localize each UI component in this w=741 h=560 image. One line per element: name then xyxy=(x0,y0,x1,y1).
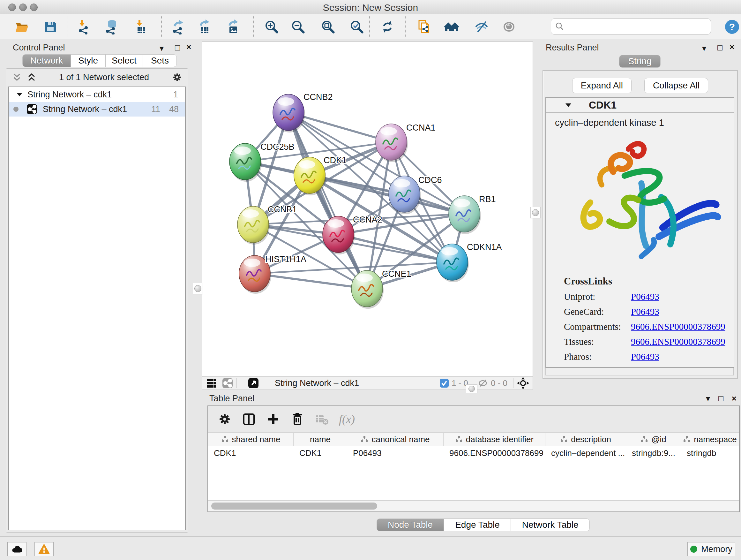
network-node-CCNA1[interactable] xyxy=(376,124,408,162)
export-image-icon[interactable] xyxy=(226,19,241,35)
save-session-icon[interactable] xyxy=(43,19,58,35)
network-node-RB1[interactable] xyxy=(449,196,481,234)
create-column-icon[interactable] xyxy=(266,412,281,427)
network-node-CDK1[interactable] xyxy=(294,157,326,195)
cell-name[interactable]: CDK1 xyxy=(293,446,347,460)
network-node-CDKN1A[interactable] xyxy=(436,244,469,282)
column-header-namespace[interactable]: namespace xyxy=(681,433,739,446)
cell-database-identifier[interactable]: 9606.ENSP00000378699 xyxy=(444,446,545,460)
results-panel-float-icon[interactable]: □ xyxy=(718,44,723,52)
network-view-canvas[interactable]: CCNB2CCNA1CDC25BCDK1CDC6RB1CCNB1CCNA2CDK… xyxy=(202,42,533,377)
import-table-icon[interactable] xyxy=(133,19,149,35)
table-options-gear-icon[interactable] xyxy=(217,412,232,427)
import-network-database-icon[interactable] xyxy=(104,19,119,35)
export-table-icon[interactable] xyxy=(197,19,212,35)
network-edge-HIST1H1A-CCNE1[interactable] xyxy=(255,273,367,289)
crosslink-row: GeneCard:P06493 xyxy=(564,307,734,317)
network-status-dot xyxy=(13,107,18,112)
results-panel-menu-icon[interactable]: ▾ xyxy=(702,44,706,52)
column-type-icon xyxy=(455,435,463,443)
network-share-view-icon[interactable] xyxy=(222,377,233,389)
hidden-elements-eye-icon[interactable] xyxy=(477,378,488,388)
cell-namespace[interactable]: stringdb xyxy=(681,446,739,460)
memory-button[interactable]: Memory xyxy=(687,542,735,556)
crosslink-link[interactable]: 9606.ENSP00000378699 xyxy=(631,336,725,347)
tab-node-table[interactable]: Node Table xyxy=(377,518,444,531)
table-panel-close-icon[interactable]: × xyxy=(732,394,737,402)
table-panel-float-icon[interactable]: □ xyxy=(718,394,724,402)
table-panel-menu-icon[interactable]: ▾ xyxy=(706,394,710,402)
cell--id[interactable]: stringdb:9... xyxy=(626,446,681,460)
search-input[interactable] xyxy=(567,20,711,33)
zoom-fit-icon[interactable] xyxy=(320,19,336,35)
control-panel-close-icon[interactable]: × xyxy=(186,43,191,51)
control-panel-title: Control Panel xyxy=(13,43,65,53)
grid-view-icon[interactable] xyxy=(206,377,217,389)
column-header-database-identifier[interactable]: database identifier xyxy=(444,433,545,446)
tab-sets[interactable]: Sets xyxy=(143,54,177,67)
tab-network[interactable]: Network xyxy=(22,54,71,67)
selected-nodes-checkbox-icon[interactable] xyxy=(440,378,449,388)
network-collection-row[interactable]: String Network – cdk1 1 xyxy=(9,87,185,102)
column-header-name[interactable]: name xyxy=(293,433,347,446)
export-network-icon[interactable] xyxy=(171,19,186,35)
cell-canonical-name[interactable]: P06493 xyxy=(347,446,444,460)
column-header--id[interactable]: @id xyxy=(626,433,681,446)
open-in-window-icon[interactable] xyxy=(248,377,259,389)
zoom-in-icon[interactable] xyxy=(264,19,279,35)
crosslink-link[interactable]: P06493 xyxy=(631,292,659,302)
crosslink-link[interactable]: P06493 xyxy=(631,307,659,317)
tab-select[interactable]: Select xyxy=(105,54,143,67)
cloud-status-button[interactable] xyxy=(7,542,26,556)
gene-expander-icon[interactable] xyxy=(564,101,572,109)
control-panel-menu-icon[interactable]: ▾ xyxy=(159,44,164,52)
tab-style[interactable]: Style xyxy=(71,54,105,67)
home-networks-icon[interactable] xyxy=(444,19,459,35)
tab-network-table[interactable]: Network Table xyxy=(511,518,590,531)
table-hscrollbar-thumb[interactable] xyxy=(211,503,377,509)
cell-description[interactable]: cyclin–dependent ... xyxy=(545,446,626,460)
tab-edge-table[interactable]: Edge Table xyxy=(444,518,511,531)
help-icon[interactable]: ? xyxy=(724,19,740,35)
refresh-layout-icon[interactable] xyxy=(380,19,395,35)
control-panel-float-icon[interactable]: □ xyxy=(175,44,180,52)
birds-eye-navigator-icon[interactable] xyxy=(517,377,529,389)
results-scrollbar-track[interactable] xyxy=(545,368,734,375)
delete-column-icon[interactable] xyxy=(290,412,305,427)
show-graphics-details-icon[interactable] xyxy=(501,19,517,35)
cell-shared-name[interactable]: CDK1 xyxy=(208,446,293,460)
new-network-from-file-icon[interactable] xyxy=(416,19,432,35)
network-options-gear-icon[interactable] xyxy=(172,71,183,83)
expand-all-networks-icon[interactable] xyxy=(26,72,37,82)
open-session-icon[interactable] xyxy=(14,19,29,35)
zoom-out-icon[interactable] xyxy=(290,19,306,35)
network-node-CCNA2[interactable] xyxy=(323,216,355,254)
collapse-all-networks-icon[interactable] xyxy=(12,72,22,82)
network-row[interactable]: String Network – cdk1 11 48 xyxy=(9,102,185,117)
gene-header-row[interactable]: CDK1 xyxy=(546,98,734,113)
results-panel-close-icon[interactable]: × xyxy=(730,43,734,51)
hide-unhide-icon[interactable] xyxy=(474,19,489,35)
collection-expander-icon[interactable] xyxy=(16,91,23,98)
column-header-description[interactable]: description xyxy=(545,433,626,446)
warning-status-button[interactable] xyxy=(35,542,54,556)
column-header-shared-name[interactable]: shared name xyxy=(208,433,293,446)
network-node-CCNE1[interactable] xyxy=(351,270,384,309)
status-bar: Memory xyxy=(0,537,741,560)
collapse-all-button[interactable]: Collapse All xyxy=(644,78,708,93)
column-type-icon xyxy=(560,435,568,443)
table-hscrollbar-track[interactable] xyxy=(208,500,739,511)
column-header-canonical-name[interactable]: canonical name xyxy=(347,433,444,446)
tab-string[interactable]: String xyxy=(619,55,661,68)
show-columns-icon[interactable] xyxy=(241,412,257,427)
crosslink-link[interactable]: P06493 xyxy=(631,352,659,362)
table-row[interactable]: CDK1CDK1P064939606.ENSP00000378699cyclin… xyxy=(208,446,739,460)
import-network-file-icon[interactable] xyxy=(76,19,91,35)
zoom-selected-icon[interactable] xyxy=(349,19,364,35)
network-node-CCNB2[interactable] xyxy=(273,94,305,132)
crosslink-row: Uniprot:P06493 xyxy=(564,292,734,302)
expand-all-button[interactable]: Expand All xyxy=(572,78,631,93)
column-label: @id xyxy=(651,435,666,444)
left-splitter-handle[interactable] xyxy=(193,283,203,294)
crosslink-link[interactable]: 9606.ENSP00000378699 xyxy=(631,321,725,332)
